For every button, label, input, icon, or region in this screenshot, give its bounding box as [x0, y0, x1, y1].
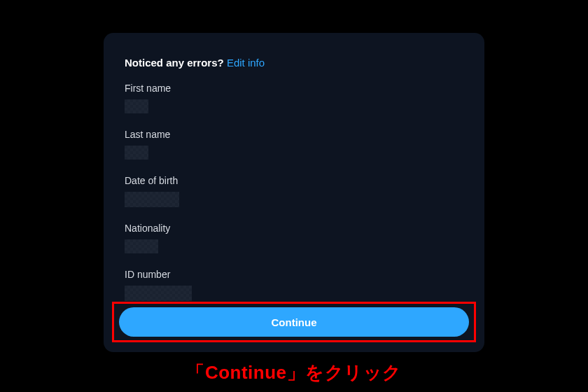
annotation-caption: 「Continue」をクリック: [0, 360, 588, 385]
dob-value-redacted: [125, 192, 179, 207]
field-last-name: Last name: [125, 129, 463, 162]
first-name-value-redacted: [125, 99, 148, 113]
nationality-label: Nationality: [125, 223, 463, 234]
field-nationality: Nationality: [125, 223, 463, 256]
edit-info-link[interactable]: Edit info: [227, 57, 265, 69]
prompt-line: Noticed any errors? Edit info: [125, 57, 463, 69]
field-id-number: ID number: [125, 269, 463, 304]
continue-button[interactable]: Continue: [119, 307, 469, 337]
id-number-value-redacted: [125, 286, 192, 301]
field-first-name: First name: [125, 83, 463, 116]
last-name-value-redacted: [125, 146, 148, 160]
nationality-value-redacted: [125, 239, 158, 253]
field-dob: Date of birth: [125, 175, 463, 210]
dob-label: Date of birth: [125, 175, 463, 186]
last-name-label: Last name: [125, 129, 463, 140]
review-card: Noticed any errors? Edit info First name…: [104, 33, 484, 352]
first-name-label: First name: [125, 83, 463, 94]
prompt-text: Noticed any errors?: [125, 57, 227, 69]
id-number-label: ID number: [125, 269, 463, 280]
